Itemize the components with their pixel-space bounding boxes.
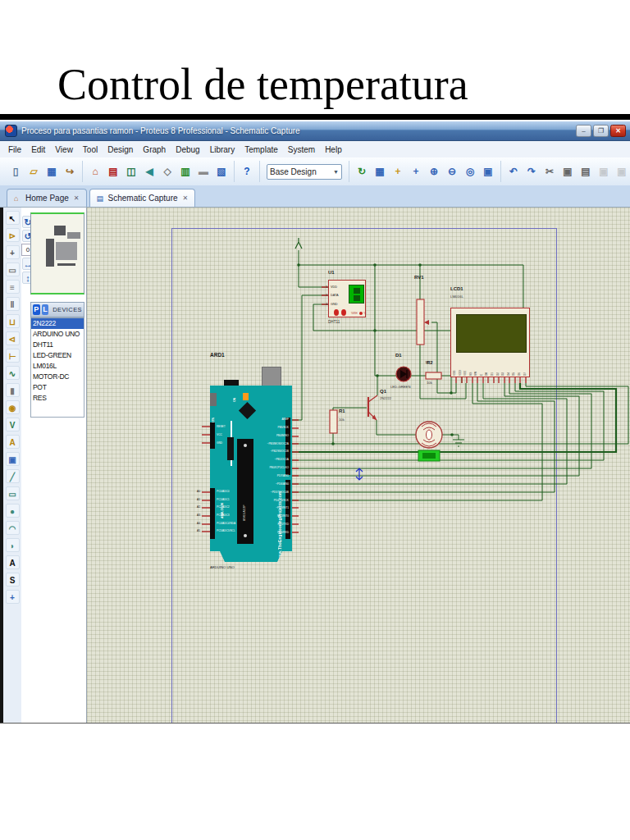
selection-mode-button[interactable]: ↖ — [6, 211, 20, 225]
2d-line-mode-button[interactable]: ╱ — [6, 469, 20, 483]
pin-name: DATA — [331, 294, 339, 302]
device-list-item[interactable]: RES — [31, 393, 84, 404]
grid-toggle-button[interactable]: ▦ — [372, 163, 388, 180]
design-selector[interactable]: Base Design ▼ — [267, 164, 342, 180]
pin-label: A5 — [192, 527, 200, 536]
terminals-mode-button[interactable]: ⊲ — [6, 331, 20, 345]
generator-mode-button[interactable]: ◉ — [6, 400, 20, 414]
menu-item[interactable]: Help — [320, 144, 347, 156]
toolbar-icon: ▤ — [108, 166, 117, 177]
device-list-item[interactable]: 2N2222 — [31, 318, 84, 329]
virtual-instruments-mode-button[interactable]: ▣ — [6, 452, 20, 466]
save-project-button[interactable]: ▦ — [43, 163, 60, 180]
current-probe-mode-button[interactable]: A — [6, 435, 20, 449]
new-project-button[interactable]: ▯ — [7, 163, 24, 180]
on-led — [243, 393, 249, 400]
overview-minimap[interactable] — [30, 212, 84, 294]
design-explorer-button[interactable]: ▧ — [213, 163, 230, 180]
pcb-layout-button[interactable]: ◫ — [123, 163, 139, 180]
2d-box-mode-button[interactable]: ▭ — [6, 486, 20, 500]
gerber-viewer-button[interactable]: ▬ — [195, 163, 212, 180]
device-list-item[interactable]: POT — [31, 382, 84, 393]
minimize-button[interactable]: – — [576, 125, 591, 137]
component-lcd1-lm016l[interactable]: VSSVDDVEERSRWED0D1D2D3D4D5D6D7 — [450, 308, 530, 377]
zoom-in-button[interactable]: ⊕ — [426, 163, 442, 180]
pin-number: 2 — [322, 294, 327, 302]
device-list-item[interactable]: DHT11 — [31, 340, 84, 350]
cut-button[interactable]: ✂ — [541, 163, 558, 180]
rv1-ref: RV1 — [414, 275, 424, 280]
menu-item[interactable]: Tool — [78, 144, 103, 156]
library-button[interactable]: L — [42, 304, 49, 315]
paste-button[interactable]: ▤ — [578, 163, 594, 180]
voltage-probe-mode-button[interactable]: V — [6, 418, 20, 431]
2d-marker-mode-button[interactable]: + — [6, 590, 20, 604]
menu-item[interactable]: System — [283, 144, 320, 156]
schematic-capture-button[interactable]: ▤ — [105, 163, 121, 180]
menu-item[interactable]: Design — [103, 144, 138, 156]
menu-item[interactable]: Graph — [138, 144, 171, 156]
close-tab-icon[interactable]: ✕ — [74, 194, 80, 202]
pin-label: ~PD6/AIN0 — [254, 481, 289, 489]
tab-schematic-capture[interactable]: ▤ Schematic Capture ✕ — [89, 189, 196, 207]
text-script-mode-button[interactable]: ≡ — [6, 280, 20, 294]
tab-home-page[interactable]: ⌂ Home Page ✕ — [7, 189, 87, 207]
device-list-item[interactable]: ARDUINO UNO — [31, 329, 84, 340]
2d-path-mode-button[interactable]: ◗ — [6, 538, 20, 552]
tape-recorder-mode-button[interactable]: ▮ — [6, 383, 20, 397]
origin-button[interactable]: + — [390, 163, 406, 180]
zoom-out-button[interactable]: ⊖ — [444, 163, 460, 180]
open-project-button[interactable]: ▱ — [25, 163, 42, 180]
pin-label: A2 — [192, 504, 200, 512]
2d-circle-mode-button[interactable]: ● — [6, 504, 20, 518]
restore-button[interactable]: ❐ — [593, 125, 609, 137]
device-list-item[interactable]: LED-GREEN — [31, 350, 84, 361]
menu-item[interactable]: File — [3, 144, 26, 156]
2d-text-mode-button[interactable]: A — [6, 555, 20, 569]
pin-label: AREF — [254, 416, 289, 424]
zoom-area-button[interactable]: ▣ — [480, 163, 496, 180]
2d-arc-mode-button[interactable]: ◠ — [6, 521, 20, 535]
menu-item[interactable]: View — [50, 144, 78, 156]
block-copy-button[interactable]: ▣ — [596, 163, 612, 180]
menu-item[interactable]: Debug — [171, 144, 204, 156]
subcircuit-mode-button[interactable]: ⊔ — [6, 314, 20, 328]
pan-button[interactable]: + — [408, 163, 424, 180]
copy-button[interactable]: ▣ — [559, 163, 576, 180]
device-list-item[interactable]: MOTOR-DC — [31, 372, 84, 382]
component-u1-dht11[interactable]: 1 VDD 2 DATA 4 GND %RH °C — [328, 280, 366, 317]
pick-devices-button[interactable]: P — [33, 304, 40, 315]
block-move-button[interactable]: ▣ — [614, 163, 630, 180]
mode-icon: ∿ — [9, 369, 16, 378]
pin-label: A4 — [192, 520, 200, 528]
bom-button[interactable]: ▥ — [177, 163, 194, 180]
2d-symbol-mode-button[interactable]: S — [6, 573, 20, 587]
menu-item[interactable]: Library — [205, 144, 240, 156]
schematic-canvas[interactable]: 1 VDD 2 DATA 4 GND %RH °C — [86, 208, 630, 724]
home-page-button[interactable]: ⌂ — [87, 163, 103, 180]
import-project-button[interactable]: ↪ — [62, 163, 78, 180]
zoom-all-button[interactable]: ◎ — [462, 163, 478, 180]
device-list: 2N2222ARDUINO UNODHT11LED-GREENLM016LMOT… — [30, 317, 84, 418]
pin-label: RESET — [217, 422, 236, 431]
junction-dot-mode-button[interactable]: + — [6, 245, 20, 259]
redraw-button[interactable]: ↻ — [354, 163, 370, 180]
device-list-item[interactable]: LM016L — [31, 361, 84, 372]
menu-item[interactable]: Edit — [26, 144, 50, 156]
close-button[interactable]: ✕ — [610, 125, 626, 137]
undo-button[interactable]: ↶ — [505, 163, 522, 180]
menu-item[interactable]: Template — [240, 144, 283, 156]
graph-mode-button[interactable]: ∿ — [6, 366, 20, 380]
component-mode-button[interactable]: ⊳ — [6, 228, 20, 242]
buses-mode-button[interactable]: ‖ — [6, 297, 20, 311]
close-tab-icon[interactable]: ✕ — [183, 194, 189, 202]
help-button[interactable]: ? — [239, 163, 255, 180]
3d-viewer-button[interactable]: ◇ — [159, 163, 176, 180]
device-pins-mode-button[interactable]: ⊢ — [6, 349, 20, 363]
thumbnail-shape — [57, 263, 75, 266]
window-titlebar[interactable]: Proceso para pasantias ramon - Proteus 8… — [0, 121, 630, 141]
toolbar-icon: ↪ — [66, 166, 74, 177]
back-button[interactable]: ◀ — [141, 163, 158, 180]
wire-label-mode-button[interactable]: ▭ — [6, 262, 20, 276]
redo-button[interactable]: ↷ — [523, 163, 540, 180]
